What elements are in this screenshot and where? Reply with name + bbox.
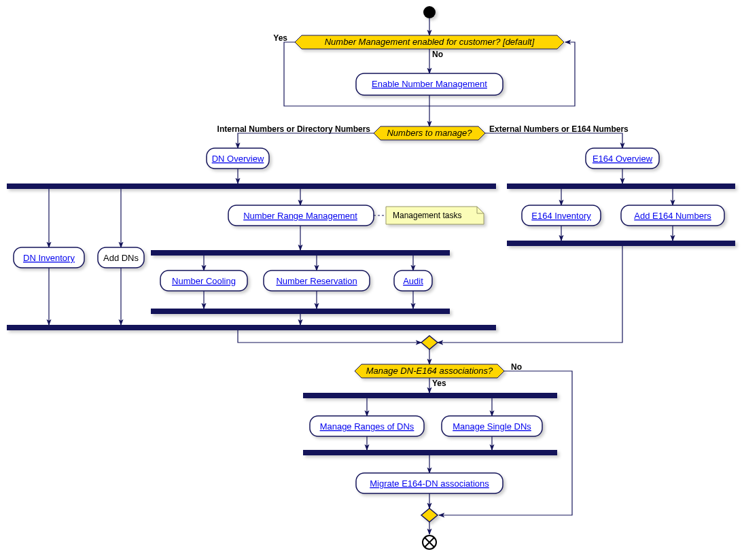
audit-label: Audit	[403, 276, 423, 286]
e164-inventory-label: E164 Inventory	[531, 211, 591, 221]
fork-bar-e164	[507, 183, 735, 189]
decision-2-left-label: Internal Numbers or Directory Numbers	[217, 124, 371, 134]
dn-overview-label: DN Overview	[212, 154, 264, 164]
decision-2-right-label: External Numbers or E164 Numbers	[489, 124, 629, 134]
merge-diamond-2	[421, 508, 438, 522]
add-e164-label: Add E164 Numbers	[634, 211, 711, 221]
svg-text:Management tasks: Management tasks	[393, 211, 461, 220]
decision-1-yes-label: Yes	[273, 33, 287, 43]
decision-manage-associations: Manage DN-E164 associations?	[355, 364, 504, 378]
e164-overview-label: E164 Overview	[593, 154, 653, 164]
enable-nm-label: Enable Number Management	[372, 79, 487, 89]
join-bar-e164	[507, 241, 735, 246]
activity-e164-overview[interactable]: E164 Overview	[586, 148, 659, 169]
decision-number-management-enabled: Number Management enabled for customer? …	[295, 35, 564, 49]
fork-bar-assoc	[303, 393, 557, 398]
activity-manage-ranges[interactable]: Manage Ranges of DNs	[310, 416, 424, 436]
fork-bar-dn	[7, 183, 496, 189]
start-node	[423, 6, 436, 18]
note-mgmt-tasks: Management tasks	[386, 207, 484, 224]
decision-1-no-label: No	[432, 50, 443, 59]
activity-add-e164[interactable]: Add E164 Numbers	[621, 205, 724, 226]
decision-3-text: Manage DN-E164 associations?	[366, 366, 493, 376]
activity-dn-overview[interactable]: DN Overview	[207, 148, 269, 169]
join-bar-nrm	[151, 309, 450, 314]
activity-e164-inventory[interactable]: E164 Inventory	[522, 205, 601, 226]
dn-inventory-label: DN Inventory	[23, 253, 75, 263]
decision-2-text: Numbers to manage?	[387, 128, 472, 138]
join-bar-dn	[7, 325, 496, 330]
activity-manage-single[interactable]: Manage Single DNs	[442, 416, 542, 436]
number-cooling-label: Number Cooling	[172, 276, 236, 286]
activity-add-dns[interactable]: Add DNs	[98, 247, 144, 268]
activity-number-cooling[interactable]: Number Cooling	[160, 270, 247, 291]
decision-3-yes-label: Yes	[432, 379, 446, 388]
activity-audit[interactable]: Audit	[394, 270, 432, 291]
activity-nrm[interactable]: Number Range Management	[228, 205, 374, 226]
manage-ranges-label: Manage Ranges of DNs	[320, 421, 414, 432]
fork-bar-nrm	[151, 250, 450, 256]
activity-migrate[interactable]: Migrate E164-DN associations	[356, 473, 503, 493]
decision-numbers-to-manage: Numbers to manage?	[374, 126, 485, 140]
join-bar-assoc	[303, 450, 557, 455]
activity-enable-nm[interactable]: Enable Number Management	[356, 73, 503, 95]
migrate-label: Migrate E164-DN associations	[370, 478, 489, 489]
end-node	[423, 536, 436, 549]
activity-dn-inventory[interactable]: DN Inventory	[14, 247, 84, 268]
add-dns-label: Add DNs	[103, 253, 139, 263]
merge-diamond-1	[421, 336, 438, 349]
manage-single-label: Manage Single DNs	[453, 421, 531, 432]
nrm-label: Number Range Management	[243, 211, 357, 221]
activity-number-reservation[interactable]: Number Reservation	[264, 270, 370, 291]
number-reservation-label: Number Reservation	[276, 276, 357, 286]
decision-1-text: Number Management enabled for customer? …	[325, 37, 535, 47]
decision-3-no-label: No	[511, 362, 522, 372]
